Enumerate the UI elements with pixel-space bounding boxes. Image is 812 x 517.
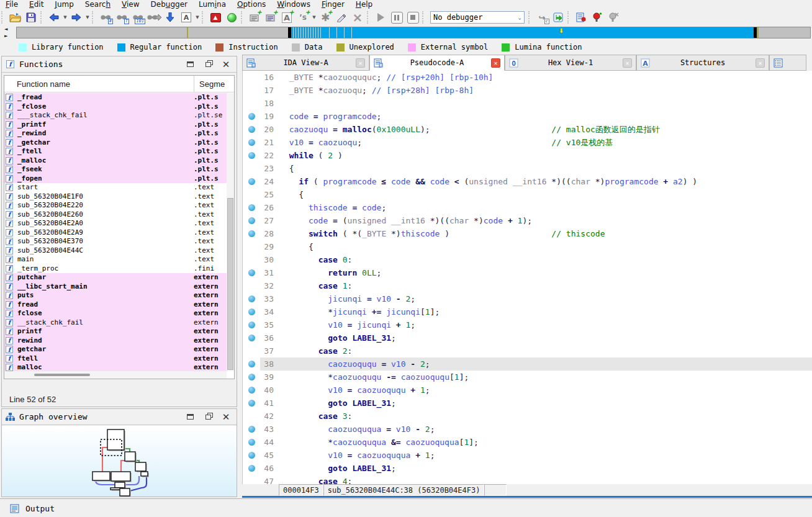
code-line-43[interactable]: 43 caozuoququa = v10 - 2; bbox=[243, 423, 812, 436]
debug-stop-icon[interactable] bbox=[405, 10, 420, 25]
function-row[interactable]: fsub_56320B04E44C.text bbox=[4, 246, 227, 256]
code-line-17[interactable]: 17 _BYTE *caozuoqu; // [rsp+28h] [rbp-8h… bbox=[243, 84, 812, 97]
edit-icon[interactable] bbox=[334, 10, 349, 25]
code-line-38[interactable]: 38 caozuoququ = v10 - 2; bbox=[243, 357, 812, 371]
code-line-18[interactable]: 18 bbox=[243, 97, 812, 110]
code-line-46[interactable]: 46 goto LABEL_31; bbox=[243, 462, 812, 475]
code-line-24[interactable]: 24 if ( programcode ≤ code && code < (un… bbox=[243, 175, 812, 188]
code-line-25[interactable]: 25 { bbox=[243, 188, 812, 201]
code-line-28[interactable]: 28 switch ( *(_BYTE *)thiscode ) // this… bbox=[243, 227, 812, 240]
menu-jump[interactable]: Jump bbox=[49, 0, 79, 9]
function-row[interactable]: fmallocextern bbox=[4, 363, 227, 371]
function-row[interactable]: fsub_56320B04E1F0.text bbox=[4, 192, 227, 202]
code-line-41[interactable]: 41 goto LABEL_31; bbox=[243, 397, 812, 410]
menu-debugger[interactable]: Debugger bbox=[145, 0, 193, 9]
save-icon[interactable] bbox=[24, 10, 38, 25]
debugger-options-icon[interactable] bbox=[574, 10, 589, 25]
function-row[interactable]: fsub_56320B04E260.text bbox=[4, 210, 227, 220]
make-code-icon[interactable]: + bbox=[247, 10, 262, 25]
menu-finger[interactable]: Finger bbox=[316, 0, 350, 9]
menu-search[interactable]: Search bbox=[79, 0, 116, 9]
functions-horizontal-scrollbar[interactable] bbox=[4, 371, 227, 379]
tab-hex-view-1[interactable]: OHex View-1✕ bbox=[505, 55, 636, 71]
code-line-16[interactable]: 16 _BYTE *caozuoququc; // [rsp+20h] [rbp… bbox=[243, 71, 812, 84]
function-row[interactable]: f_ftell.plt.s bbox=[4, 147, 227, 156]
function-row[interactable]: f_fseek.plt.s bbox=[4, 165, 227, 174]
add-struct-icon[interactable]: ’s+ bbox=[295, 10, 310, 25]
code-line-26[interactable]: 26 thiscode = code; bbox=[243, 201, 812, 214]
code-line-39[interactable]: 39 *caozuoququ -= caozuoququ[1]; bbox=[243, 371, 812, 384]
pseudocode-view[interactable]: 16 _BYTE *caozuoququc; // [rsp+20h] [rbp… bbox=[242, 71, 812, 484]
code-line-31[interactable]: 31 return 0LL; bbox=[243, 266, 812, 279]
code-line-27[interactable]: 27 code = (unsigned __int16 *)((char *)c… bbox=[243, 214, 812, 227]
back-arrow-icon[interactable] bbox=[47, 10, 61, 25]
function-row[interactable]: fmain.text bbox=[4, 255, 227, 264]
maximize-button[interactable] bbox=[183, 59, 197, 70]
dropdown-caret[interactable]: ▼ bbox=[84, 10, 91, 25]
tab-structures[interactable]: AStructures✕ bbox=[636, 55, 769, 71]
functions-vertical-scrollbar[interactable] bbox=[227, 93, 234, 371]
functions-column-headers[interactable]: Function name Segme bbox=[4, 76, 234, 92]
function-row[interactable]: f__stack_chk_failextern bbox=[4, 318, 227, 328]
function-row[interactable]: f_rewind.plt.s bbox=[4, 129, 227, 138]
code-line-21[interactable]: 21 v10 = caozuoqu; // v10是栈的基 bbox=[243, 136, 812, 149]
code-line-34[interactable]: 34 *jicunqi += jicunqi[1]; bbox=[243, 305, 812, 318]
forward-arrow-icon[interactable] bbox=[69, 10, 84, 25]
navband-scroll-arrows[interactable]: ◄► bbox=[4, 27, 13, 39]
code-line-42[interactable]: 42 case 3: bbox=[243, 410, 812, 423]
function-row[interactable]: ffcloseextern bbox=[4, 309, 227, 318]
start-icon[interactable] bbox=[224, 10, 239, 25]
code-line-36[interactable]: 36 goto LABEL_31; bbox=[243, 331, 812, 344]
code-line-40[interactable]: 40 v10 = caozuoququ + 1; bbox=[243, 384, 812, 397]
function-row[interactable]: fsub_56320B04E2A0.text bbox=[4, 219, 227, 228]
float-button[interactable] bbox=[201, 59, 215, 70]
tab-pseudocode-a[interactable]: Pseudocode-A✕ bbox=[369, 55, 505, 71]
tab-close-icon[interactable]: ✕ bbox=[756, 58, 765, 68]
code-line-29[interactable]: 29 { bbox=[243, 240, 812, 253]
breakpoint-add-icon[interactable] bbox=[590, 10, 605, 25]
menu-lumina[interactable]: Lumina bbox=[193, 0, 232, 9]
debugger-select[interactable]: No debugger⌄ bbox=[430, 11, 525, 24]
code-line-30[interactable]: 30 case 0: bbox=[243, 253, 812, 266]
function-row[interactable]: fstart.text bbox=[4, 183, 227, 192]
dropdown-caret[interactable]: ▼ bbox=[62, 10, 68, 25]
code-line-32[interactable]: 32 case 1: bbox=[243, 279, 812, 292]
add-xref-icon[interactable]: ✱+ bbox=[318, 10, 333, 25]
function-row[interactable]: fsub_56320B04E370.text bbox=[4, 237, 227, 246]
code-line-44[interactable]: 44 *caozuoququa &= caozuoququa[1]; bbox=[243, 436, 812, 449]
function-row[interactable]: f___stack_chk_fail.plt.se bbox=[4, 111, 227, 120]
function-row[interactable]: f_printf.plt.s bbox=[4, 120, 227, 130]
debug-pause-icon[interactable] bbox=[389, 10, 404, 25]
code-line-35[interactable]: 35 v10 = jicunqi + 1; bbox=[243, 318, 812, 331]
tab-close-icon[interactable]: ✕ bbox=[491, 58, 500, 68]
float-button[interactable] bbox=[201, 411, 215, 423]
function-row[interactable]: fgetcharextern bbox=[4, 345, 227, 354]
delete-icon[interactable]: × bbox=[350, 10, 365, 25]
navigation-band[interactable]: ⬇ bbox=[16, 27, 811, 38]
name-icon[interactable]: A bbox=[179, 10, 194, 25]
find-next-icon[interactable] bbox=[147, 10, 161, 25]
code-line-19[interactable]: 19 code = programcode; bbox=[243, 110, 812, 123]
function-row[interactable]: f_term_proc.fini bbox=[4, 264, 227, 274]
function-row[interactable]: frewindextern bbox=[4, 336, 227, 346]
code-line-37[interactable]: 37 case 2: bbox=[243, 344, 812, 357]
function-row[interactable]: f_fopen.plt.s bbox=[4, 174, 227, 184]
code-line-33[interactable]: 33 jicunqi = v10 - 2; bbox=[243, 292, 812, 305]
step-source-icon[interactable]: ↪c bbox=[535, 10, 549, 25]
function-row[interactable]: f__libc_start_mainextern bbox=[4, 282, 227, 292]
find-binary-icon[interactable]: 101 bbox=[130, 10, 145, 25]
breakpoint-del-icon[interactable] bbox=[606, 10, 621, 25]
code-line-45[interactable]: 45 v10 = caozuoququa + 1; bbox=[243, 449, 812, 462]
column-function-name[interactable]: Function name bbox=[17, 79, 70, 89]
code-line-20[interactable]: 20 caozuoqu = malloc(0x1000uLL); // mall… bbox=[243, 123, 812, 136]
function-row[interactable]: fsub_56320B04E220.text bbox=[4, 201, 227, 210]
function-row[interactable]: fputsextern bbox=[4, 291, 227, 300]
code-line-47[interactable]: 47 case 4: bbox=[243, 475, 812, 484]
function-row[interactable]: ffreadextern bbox=[4, 300, 227, 310]
function-row[interactable]: f_malloc.plt.s bbox=[4, 156, 227, 166]
menu-options[interactable]: Options bbox=[232, 0, 271, 9]
tab-close-icon[interactable]: ✕ bbox=[623, 58, 632, 68]
run-to-source-icon[interactable] bbox=[551, 10, 566, 25]
menu-file[interactable]: File bbox=[0, 0, 24, 9]
menu-windows[interactable]: Windows bbox=[271, 0, 316, 9]
